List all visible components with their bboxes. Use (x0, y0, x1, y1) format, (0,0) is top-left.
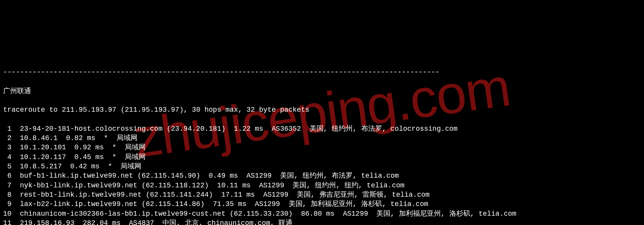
hop-number: 8 (3, 190, 12, 199)
traceroute-hop: 510.8.5.217 0.42 ms * 局域网 (3, 162, 641, 171)
hop-number: 7 (3, 181, 12, 190)
terminal-output: ----------------------------------------… (3, 58, 641, 225)
traceroute-hop: 7nyk-bb1-link.ip.twelve99.net (62.115.11… (3, 181, 641, 190)
hop-number: 5 (3, 162, 12, 171)
hop-content: chinaunicom-ic302366-las-bb1.ip.twelve99… (12, 209, 517, 218)
hop-content: 10.8.5.217 0.42 ms * 局域网 (12, 162, 142, 171)
traceroute-hop: 123-94-20-181-host.colocrossing.com (23.… (3, 124, 641, 133)
hop-number: 9 (3, 199, 12, 209)
hop-content: nyk-bb1-link.ip.twelve99.net (62.115.118… (12, 181, 405, 190)
traceroute-hop: 210.8.46.1 0.82 ms * 局域网 (3, 133, 641, 143)
hop-number: 3 (3, 143, 12, 152)
hop-number: 11 (3, 218, 12, 225)
hop-content: 219.158.16.93 282.04 ms AS4837 中国, 北京, c… (12, 218, 293, 225)
traceroute-hop: 310.1.20.101 0.92 ms * 局域网 (3, 143, 641, 152)
hop-content: lax-b22-link.ip.twelve99.net (62.115.114… (12, 199, 428, 209)
hop-number: 4 (3, 152, 12, 162)
traceroute-hop: 9lax-b22-link.ip.twelve99.net (62.115.11… (3, 199, 641, 209)
hop-number: 6 (3, 171, 12, 180)
traceroute-hop: 10chinaunicom-ic302366-las-bb1.ip.twelve… (3, 209, 641, 218)
hop-content: rest-bb1-link.ip.twelve99.net (62.115.14… (12, 190, 430, 199)
hop-content: buf-b1-link.ip.twelve99.net (62.115.145.… (12, 171, 399, 180)
traceroute-hop: 6buf-b1-link.ip.twelve99.net (62.115.145… (3, 171, 641, 180)
hop-number: 1 (3, 124, 12, 133)
traceroute-hop: 11219.158.16.93 282.04 ms AS4837 中国, 北京,… (3, 218, 641, 225)
traceroute-header: traceroute to 211.95.193.97 (211.95.193.… (3, 105, 641, 114)
hop-content: 10.8.46.1 0.82 ms * 局域网 (12, 133, 138, 143)
traceroute-hop: 410.1.20.117 0.45 ms * 局域网 (3, 152, 641, 162)
hop-content: 23-94-20-181-host.colocrossing.com (23.9… (12, 124, 458, 133)
hop-number: 10 (3, 209, 12, 218)
traceroute-title: 广州联通 (3, 87, 641, 96)
hop-content: 10.1.20.117 0.45 ms * 局域网 (12, 152, 146, 162)
hop-content: 10.1.20.101 0.92 ms * 局域网 (12, 143, 146, 152)
traceroute-hop: 8rest-bb1-link.ip.twelve99.net (62.115.1… (3, 190, 641, 199)
hop-number: 2 (3, 133, 12, 143)
divider-line: ----------------------------------------… (3, 68, 641, 77)
